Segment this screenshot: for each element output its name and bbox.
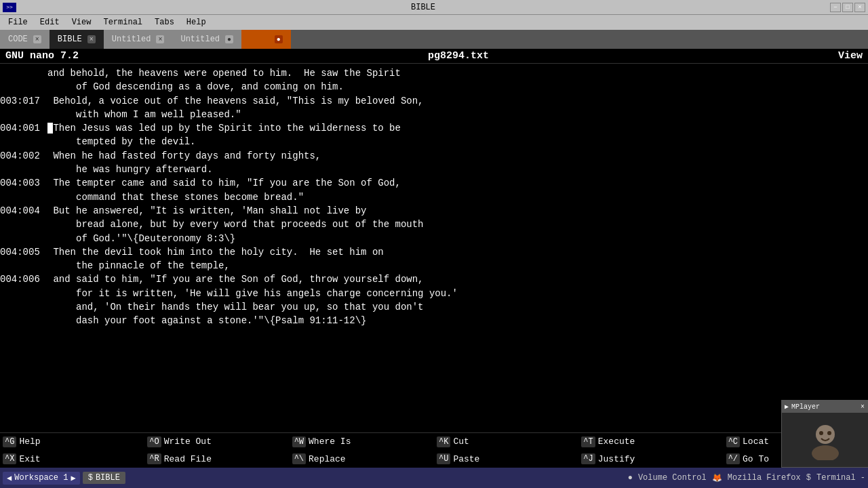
taskbar: ◀ Workspace 1 ▶ $ BIBLE ● Volume Control… [0,468,868,488]
tab-untitled-2[interactable]: Untitled ● [172,30,241,49]
taskbar-right: ● Volume Control 🦊 Mozilla Firefox $ Ter… [628,473,865,483]
tab-bible[interactable]: BIBLE × [50,30,104,49]
cmd-paste-key: ^U [437,453,450,464]
workspace-label: Workspace 1 [14,473,68,483]
editor-line: command that these stones become bread." [0,190,868,204]
cmd-whereis-label: Where Is [309,436,351,447]
line-content: the pinnacle of the temple, [47,259,230,272]
line-number [0,190,47,204]
cmd-readfile[interactable]: ^R Read File [144,451,289,468]
workspace-arrow-right[interactable]: ▶ [71,473,75,483]
mplayer-content [782,413,868,467]
menu-file[interactable]: File [3,16,33,28]
cmd-exit-key: ^X [3,453,16,464]
cmd-help-label: Help [19,436,40,447]
cmd-execute-key: ^T [581,436,595,447]
close-button[interactable]: × [854,3,865,12]
cmd-exit[interactable]: ^X Exit [0,451,144,468]
mplayer-window[interactable]: ▶ MPlayer × [781,400,868,468]
line-number: 004:004 [0,204,47,218]
line-content: When he had fasted forty days and forty … [47,149,321,163]
taskbar-dot1: ● [628,473,633,483]
menu-tabs[interactable]: Tabs [149,16,180,28]
taskbar-volume[interactable]: Volume Control [638,473,707,483]
editor-line: of God.'"\{Deuteronomy 8:3\} [0,232,868,245]
cmd-help-key: ^G [3,436,16,447]
line-number: 004:002 [0,149,47,163]
app-icon-label: >> [6,4,13,10]
line-content: for it is written, 'He will give his ang… [47,287,458,300]
line-number [0,80,47,94]
tab-code-close[interactable]: × [33,35,41,43]
cmd-paste[interactable]: ^U Paste [434,451,578,468]
menu-terminal[interactable]: Terminal [98,16,148,28]
tab-untitled-1[interactable]: Untitled × [104,30,173,49]
line-content: of God descending as a dove, and coming … [47,80,344,94]
mplayer-close[interactable]: × [861,403,865,411]
menu-view[interactable]: View [66,16,97,28]
bottom-bar: ^G Help ^O Write Out ^W Where Is ^K Cut … [0,432,868,468]
line-content: Then the devil took him into the holy ci… [47,245,384,259]
line-content: bread alone, but by every word that proc… [47,218,424,231]
cmd-execute[interactable]: ^T Execute [578,433,723,451]
line-number [0,108,47,121]
cmd-cut-label: Cut [453,436,469,447]
editor-line: 004:001 Then Jesus was led up by the Spi… [0,121,868,135]
cmd-paste-label: Paste [453,454,479,464]
tab-untitled-1-close[interactable]: × [156,35,164,43]
maximize-button[interactable]: □ [842,3,853,12]
menubar: File Edit View Terminal Tabs Help [0,15,868,30]
taskbar-terminal[interactable]: Terminal - [816,473,865,483]
cmd-justify-label: Justify [598,454,635,464]
tab-orange-close[interactable]: ● [275,35,283,43]
editor-line: 004:006 and said to him, "If you are the… [0,272,868,286]
tab-code[interactable]: CODE × [0,30,50,49]
editor[interactable]: and behold, the heavens were opened to h… [0,64,868,432]
mplayer-icon: ▶ [785,403,789,411]
titlebar: >> BIBLE − □ × [0,0,868,15]
editor-wrapper: GNU nano 7.2 pg8294.txt View and behold,… [0,49,868,468]
cmd-replace-key: ^\ [292,453,306,464]
menu-help[interactable]: Help [181,16,212,28]
nano-version: GNU nano 7.2 [5,50,79,62]
tab-orange[interactable]: ● [241,30,291,49]
titlebar-controls[interactable]: − □ × [830,3,865,12]
cmd-goto-label: Go To [743,454,769,464]
cmd-writeout-label: Write Out [164,436,212,447]
cmd-whereis[interactable]: ^W Where Is [290,433,434,451]
tab-bible-close[interactable]: × [87,35,96,43]
line-content: he was hungry afterward. [47,163,213,176]
line-number: 003:017 [0,94,47,108]
nano-mode: View [838,50,863,62]
taskbar-bible[interactable]: $ BIBLE [83,472,125,484]
taskbar-workspace[interactable]: ◀ Workspace 1 ▶ [3,472,80,485]
minimize-button[interactable]: − [830,3,841,12]
svg-point-1 [812,445,839,460]
editor-line: dash your foot against a stone.'"\{Psalm… [0,314,868,327]
tab-untitled-2-close[interactable]: ● [225,35,233,43]
line-content: and, 'On their hands they will bear you … [47,300,424,314]
editor-line: the pinnacle of the temple, [0,259,868,272]
line-content: tempted by the devil. [47,135,195,148]
taskbar-firefox[interactable]: Mozilla Firefox [728,473,801,483]
line-number: 004:001 [0,121,47,135]
cmd-replace[interactable]: ^\ Replace [290,451,434,468]
line-number [0,163,47,176]
editor-line: and, 'On their hands they will bear you … [0,300,868,314]
mplayer-title: MPlayer [791,403,820,411]
editor-line: bread alone, but by every word that proc… [0,218,868,231]
editor-line: 004:004 But he answered, "It is written,… [0,204,868,218]
cmd-justify-key: ^J [581,453,595,464]
titlebar-title: BIBLE [16,3,830,12]
tab-untitled-2-label: Untitled [180,35,220,44]
cmd-cut[interactable]: ^K Cut [434,433,578,451]
workspace-arrow-left[interactable]: ◀ [7,473,12,483]
cmd-justify[interactable]: ^J Justify [578,451,723,468]
line-content: with whom I am well pleased." [47,108,241,121]
cmd-readfile-label: Read File [164,454,212,464]
editor-line: 004:003 The tempter came and said to him… [0,176,868,190]
cmd-writeout[interactable]: ^O Write Out [144,433,289,451]
menu-edit[interactable]: Edit [35,16,65,28]
line-content: and behold, the heavens were opened to h… [47,66,401,80]
cmd-help[interactable]: ^G Help [0,433,144,451]
